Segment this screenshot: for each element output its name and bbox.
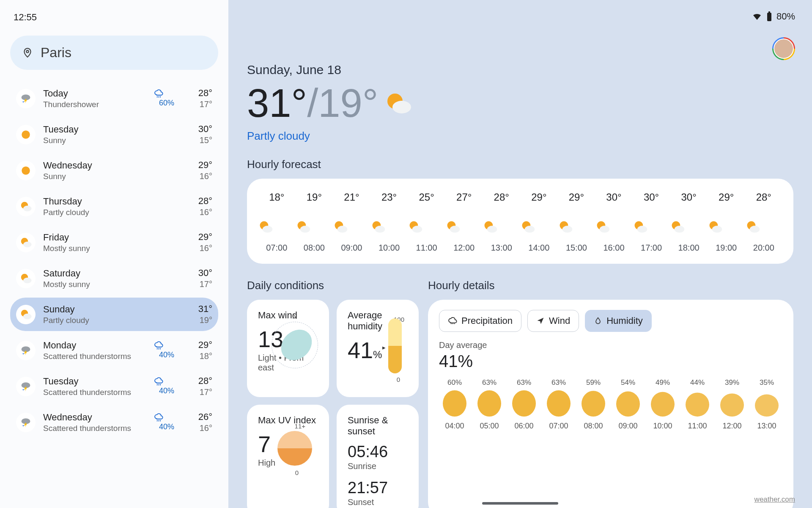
- svg-point-50: [749, 226, 759, 232]
- humidity-percent: 49%: [647, 378, 678, 387]
- hour-column: 30° 16:00: [595, 191, 633, 253]
- day-item-tuesday[interactable]: Tuesday Scattered thunderstorms 40% 28° …: [10, 370, 218, 403]
- sunset-time: 21:57: [348, 480, 408, 496]
- humidity-drop-icon: [616, 391, 640, 417]
- day-name: Sunday: [43, 304, 146, 315]
- max-wind-card[interactable]: Max wind 13km/h Light • From east N: [247, 300, 329, 397]
- day-lo: 15°: [187, 135, 212, 145]
- partly-cloudy-icon: [483, 219, 520, 235]
- day-precip: 40%: [154, 341, 179, 359]
- uv-ball-icon: [277, 431, 312, 466]
- day-weather-icon: [16, 197, 36, 216]
- sunrise-time: 05:46: [348, 444, 408, 460]
- hour-column: 25° 11:00: [408, 191, 445, 253]
- tab-humidity[interactable]: Humidity: [585, 310, 652, 332]
- day-desc: Sunny: [43, 172, 146, 181]
- sunrise-label: Sunrise: [348, 461, 408, 471]
- nav-handle[interactable]: [482, 502, 558, 505]
- attribution-link[interactable]: weather.com: [754, 495, 795, 504]
- day-precip: 60%: [154, 89, 179, 108]
- hour-column: 23° 10:00: [370, 191, 408, 253]
- day-item-today[interactable]: Today Thundershower 60% 28° 17°: [10, 82, 218, 115]
- uv-index-card[interactable]: Max UV index 7 High 11+ 0: [247, 405, 329, 508]
- humidity-drop-icon: [547, 390, 571, 417]
- humidity-hour-time: 09:00: [612, 422, 644, 431]
- svg-point-28: [337, 226, 347, 232]
- sunrise-sunset-card[interactable]: Sunrise & sunset 05:46 Sunrise 21:57 Sun…: [337, 405, 419, 508]
- svg-point-22: [392, 101, 411, 113]
- hour-column: 30° 18:00: [670, 191, 708, 253]
- svg-point-14: [23, 353, 24, 354]
- day-item-saturday[interactable]: Saturday Mostly sunny 30° 17°: [10, 262, 218, 295]
- day-item-wednesday[interactable]: Wednesday Scattered thunderstorms 40% 26…: [10, 406, 218, 439]
- humidity-hours-row[interactable]: 60% 04:00 63% 05:00 63% 06:00 63% 07:00 …: [439, 378, 782, 431]
- hero-hi: 31°: [247, 80, 307, 126]
- svg-point-40: [562, 226, 572, 232]
- humidity-percent: 63%: [543, 378, 574, 387]
- partly-cloudy-icon: [558, 219, 595, 235]
- humidity-percent: 44%: [682, 378, 713, 387]
- day-item-wednesday[interactable]: Wednesday Sunny 29° 16°: [10, 154, 218, 187]
- day-hi: 28°: [187, 88, 212, 99]
- day-item-sunday[interactable]: Sunday Partly cloudy 31° 19°: [10, 298, 218, 331]
- svg-point-6: [23, 205, 32, 211]
- day-weather-icon: [16, 125, 36, 144]
- hour-temp: 28°: [745, 191, 783, 203]
- humidity-hour-time: 12:00: [716, 422, 748, 431]
- hour-time: 17:00: [633, 243, 670, 253]
- svg-point-42: [600, 226, 609, 232]
- hour-temp: 19°: [296, 191, 333, 203]
- rain-icon: [154, 377, 179, 387]
- tab-precipitation[interactable]: Precipitation: [439, 310, 521, 332]
- svg-point-48: [712, 226, 722, 232]
- hour-time: 20:00: [745, 243, 783, 253]
- humidity-hour-column: 60% 04:00: [439, 378, 470, 431]
- avg-humidity-card[interactable]: Average humidity 41% 100 0 ▸: [337, 300, 419, 397]
- hourly-details-card: Precipitation Wind Humidity Day average …: [428, 300, 793, 508]
- day-desc: Scattered thunderstorms: [43, 352, 146, 361]
- day-item-tuesday[interactable]: Tuesday Sunny 30° 15°: [10, 118, 218, 151]
- hour-time: 18:00: [670, 243, 708, 253]
- partly-cloudy-icon: [633, 219, 670, 235]
- day-name: Today: [43, 88, 146, 99]
- hour-time: 19:00: [708, 243, 745, 253]
- tab-wind-label: Wind: [549, 315, 570, 326]
- day-weather-icon: [16, 413, 36, 432]
- day-name: Wednesday: [43, 160, 146, 171]
- main-area: 80% Sunday, June 18 31° /19° Partly clou…: [228, 0, 812, 508]
- hourly-forecast-card[interactable]: 18° 07:00 19° 08:00 21° 09:00 23° 10:00 …: [247, 179, 793, 264]
- hour-temp: 27°: [445, 191, 483, 203]
- day-item-monday[interactable]: Monday Scattered thunderstorms 40% 29° 1…: [10, 334, 218, 367]
- hero: Sunday, June 18 31° /19° Partly cloudy: [247, 63, 793, 143]
- tab-wind[interactable]: Wind: [527, 310, 579, 332]
- humidity-hour-column: 35% 13:00: [751, 378, 782, 431]
- day-hi: 31°: [187, 304, 212, 315]
- hour-temp: 30°: [670, 191, 708, 203]
- partly-cloudy-icon: [296, 219, 333, 235]
- svg-point-16: [23, 389, 24, 390]
- day-item-friday[interactable]: Friday Mostly sunny 29° 16°: [10, 226, 218, 259]
- uv-title: Max UV index: [258, 415, 318, 426]
- day-item-thursday[interactable]: Thursday Partly cloudy 28° 16°: [10, 190, 218, 223]
- day-list[interactable]: Today Thundershower 60% 28° 17° Tuesday …: [10, 82, 218, 508]
- status-time: 12:55: [10, 12, 218, 23]
- location-pill[interactable]: Paris: [10, 36, 218, 70]
- day-desc: Partly cloudy: [43, 316, 146, 325]
- svg-point-0: [26, 50, 28, 52]
- humidity-hour-time: 13:00: [751, 422, 782, 431]
- hum-value: 41: [348, 337, 373, 363]
- svg-point-32: [412, 226, 422, 232]
- day-lo: 17°: [187, 279, 212, 289]
- hour-time: 12:00: [445, 243, 483, 253]
- humidity-percent: 59%: [578, 378, 609, 387]
- hum-scale-min: 0: [397, 376, 400, 383]
- hour-column: 29° 14:00: [520, 191, 558, 253]
- rain-icon: [154, 89, 179, 99]
- profile-avatar[interactable]: [772, 37, 795, 60]
- hour-column: 29° 19:00: [708, 191, 745, 253]
- hour-column: 27° 12:00: [445, 191, 483, 253]
- sun-title: Sunrise & sunset: [348, 415, 408, 437]
- day-desc: Mostly sunny: [43, 280, 146, 289]
- wind-title: Max wind: [258, 310, 318, 321]
- hour-time: 14:00: [520, 243, 558, 253]
